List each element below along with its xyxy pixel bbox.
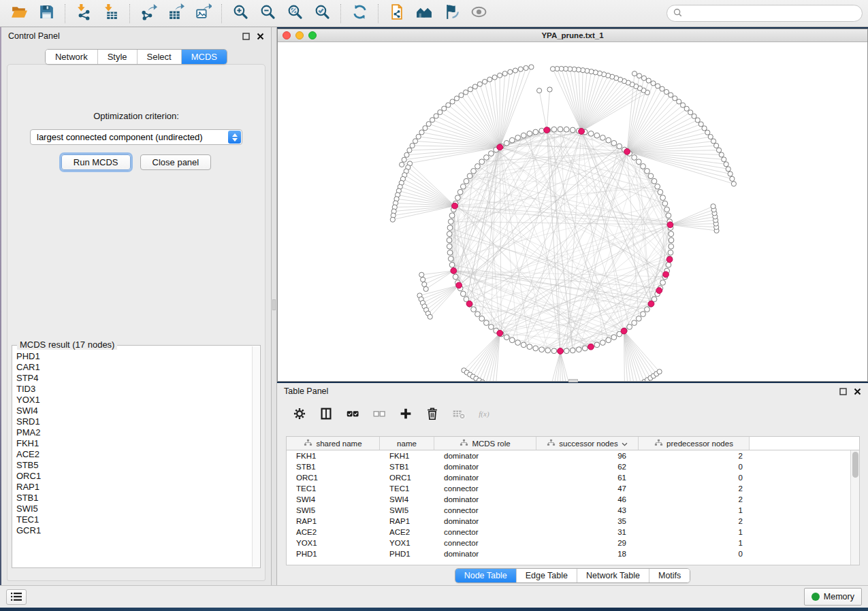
result-node[interactable]: CAR1 [16, 362, 252, 373]
result-node[interactable]: STB1 [16, 493, 252, 503]
column-header-predecessor-nodes[interactable]: predecessor nodes [639, 437, 750, 450]
table-row[interactable]: TEC1TEC1connector472 [287, 483, 859, 494]
table-cell: YOX1 [287, 538, 380, 548]
result-node[interactable]: TID3 [16, 384, 252, 395]
mcds-result-list[interactable]: PHD1CAR1STP4TID3YOX1SWI4SRD1PMA2FKH1ACE2… [14, 351, 252, 566]
zoom-selected-icon [314, 3, 331, 23]
result-node[interactable]: FKH1 [16, 438, 252, 449]
delete-column-button[interactable] [425, 406, 440, 421]
result-node[interactable]: PHD1 [16, 351, 252, 362]
table-cell: connector [434, 505, 536, 516]
result-node[interactable]: STP4 [16, 373, 252, 384]
result-node[interactable]: ORC1 [16, 471, 252, 482]
add-column-button[interactable] [398, 406, 413, 421]
table-cell: 46 [536, 494, 639, 505]
zoom-in-button[interactable] [227, 2, 254, 25]
network-titlebar[interactable]: YPA_prune.txt_1 [278, 29, 867, 42]
close-panel-icon[interactable] [257, 33, 264, 40]
table-cell: 61 [536, 472, 639, 483]
result-node[interactable]: STB5 [16, 460, 252, 471]
tab-select[interactable]: Select [138, 50, 182, 64]
table-row[interactable]: ACE2ACE2connector311 [287, 527, 859, 538]
run-mcds-button[interactable]: Run MCDS [61, 154, 131, 170]
eye-button[interactable] [465, 2, 492, 25]
tab-style[interactable]: Style [98, 50, 138, 64]
import-network-button[interactable] [70, 2, 97, 25]
table-cell: FKH1 [380, 450, 434, 461]
import-network-icon [76, 3, 93, 23]
network-window: YPA_prune.txt_1 [277, 29, 868, 382]
tab-edge-table[interactable]: Edge Table [517, 569, 577, 582]
column-header-mcds-role[interactable]: MCDS role [434, 437, 536, 450]
result-node[interactable]: SWI4 [16, 406, 252, 416]
tab-mcds[interactable]: MCDS [182, 50, 227, 64]
open-session-button[interactable] [5, 2, 33, 25]
table-scrollbar[interactable] [850, 450, 859, 565]
zoom-out-button[interactable] [254, 2, 281, 25]
table-row[interactable]: SWI4SWI4dominator462 [287, 494, 859, 505]
table-row[interactable]: SWI5SWI5connector431 [287, 505, 859, 516]
table-row[interactable]: PHD1PHD1dominator180 [287, 548, 859, 559]
table-scrollbar-thumb[interactable] [852, 452, 858, 478]
tab-node-table[interactable]: Node Table [455, 569, 517, 582]
result-node[interactable]: SRD1 [16, 416, 252, 427]
criterion-dropdown[interactable]: largest connected component (undirected) [30, 129, 242, 145]
tab-network-table[interactable]: Network Table [577, 569, 649, 582]
horizontal-splitter-grip[interactable] [568, 379, 578, 382]
clone-network-button[interactable] [383, 2, 411, 25]
table-cell: dominator [434, 548, 536, 559]
zoom-fit-button[interactable] [281, 2, 308, 25]
select-all-rows-button[interactable] [345, 406, 360, 421]
task-history-button[interactable] [6, 589, 27, 605]
column-header-shared-name[interactable]: shared name [287, 437, 380, 450]
result-node[interactable]: GCR1 [16, 525, 252, 536]
tab-motifs[interactable]: Motifs [649, 569, 690, 582]
table-cell [750, 516, 859, 527]
result-node[interactable]: PMA2 [16, 427, 252, 438]
toolbar-separator [129, 4, 130, 23]
table-row[interactable]: YOX1YOX1connector291 [287, 538, 859, 548]
save-session-button[interactable] [33, 2, 60, 25]
network-canvas[interactable] [278, 42, 867, 381]
table-cell: 31 [536, 527, 639, 538]
vertical-splitter[interactable] [272, 27, 277, 585]
search-input[interactable] [686, 9, 856, 18]
export-network-button[interactable] [135, 2, 162, 25]
close-panel-icon[interactable] [854, 388, 861, 395]
result-node[interactable]: ACE2 [16, 449, 252, 460]
export-table-button[interactable] [162, 2, 189, 25]
table-row[interactable]: STB1STB1dominator620 [287, 461, 859, 472]
table-cell: 1 [639, 538, 750, 548]
column-header-successor-nodes[interactable]: successor nodes [536, 437, 639, 450]
table-row[interactable]: FKH1FKH1dominator962 [287, 450, 859, 461]
table-settings-button[interactable] [292, 406, 307, 421]
float-panel-icon[interactable] [242, 33, 250, 40]
tab-network[interactable]: Network [46, 50, 98, 64]
table-cell: 1 [639, 505, 750, 516]
result-node[interactable]: SWI5 [16, 503, 252, 514]
import-table-button[interactable] [97, 2, 125, 25]
float-panel-icon[interactable] [839, 388, 847, 395]
export-image-button[interactable] [189, 2, 216, 25]
refresh-button[interactable] [346, 2, 373, 25]
result-node[interactable]: YOX1 [16, 395, 252, 406]
table-cell: 2 [639, 450, 750, 461]
zoom-selected-button[interactable] [308, 2, 336, 25]
svg-text:f(x): f(x) [479, 410, 489, 418]
search-box[interactable] [666, 5, 863, 22]
memory-button[interactable]: Memory [804, 588, 862, 606]
table-row[interactable]: ORC1ORC1dominator610 [287, 472, 859, 483]
close-panel-button[interactable]: Close panel [140, 154, 212, 170]
flag-button[interactable] [438, 2, 465, 25]
show-columns-button[interactable] [319, 406, 334, 421]
deselect-all-rows-button[interactable] [372, 406, 387, 421]
column-header-name[interactable]: name [380, 437, 434, 450]
graphics-details-button[interactable] [411, 2, 438, 25]
table-row[interactable]: RAP1RAP1dominator352 [287, 516, 859, 527]
result-scrollbar[interactable] [252, 346, 259, 567]
memory-status-icon [811, 593, 820, 601]
splitter-grip[interactable] [272, 299, 276, 310]
result-node[interactable]: TEC1 [16, 514, 252, 525]
result-node[interactable]: RAP1 [16, 482, 252, 493]
table-cell [750, 483, 859, 494]
